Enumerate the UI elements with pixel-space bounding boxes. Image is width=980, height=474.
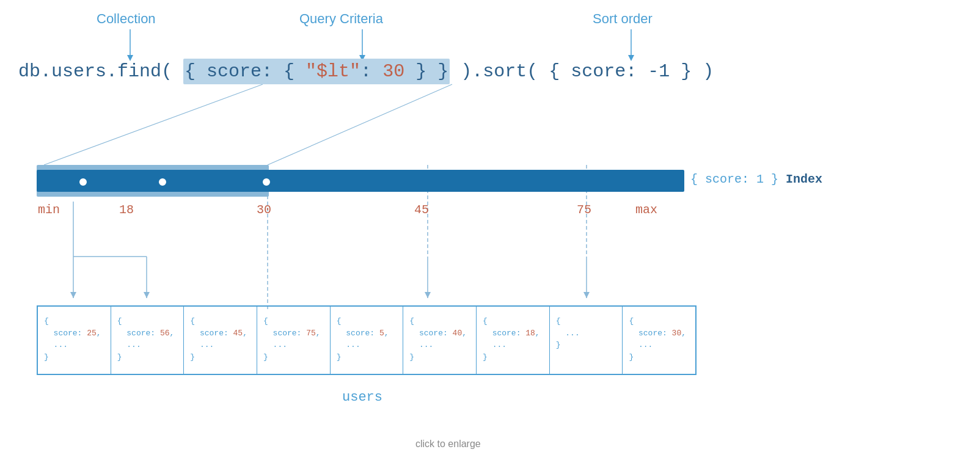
doc-box-2: { score: 56, ... } [111, 307, 185, 374]
doc-box-1: { score: 25, ... } [38, 307, 111, 374]
doc-content-9: { score: 30, ... } [629, 315, 689, 363]
sort-order-label: Sort order [593, 11, 653, 27]
collection-documents: { score: 25, ... } { score: 56, ... } { … [37, 305, 697, 375]
scale-30: 30 [257, 203, 271, 217]
index-dot-3 [263, 178, 270, 186]
svg-marker-19 [583, 292, 590, 298]
index-dot-1 [79, 178, 87, 186]
svg-marker-1 [127, 55, 133, 61]
query-criteria-label: Query Criteria [299, 11, 383, 27]
index-label: { score: 1 } Index [690, 172, 822, 186]
doc-box-9: { score: 30, ... } [623, 307, 695, 374]
svg-marker-15 [144, 292, 150, 298]
doc-content-2: { score: 56, ... } [117, 315, 178, 363]
svg-marker-14 [70, 292, 76, 298]
doc-box-3: { score: 45, ... } [184, 307, 257, 374]
svg-line-7 [268, 84, 452, 165]
doc-box-8: { ... } [550, 307, 623, 374]
code-expression: db.users.find( { score: { "$lt": 30 } } … [18, 61, 714, 82]
collection-name-label: users [342, 390, 382, 405]
index-label-code: { score: 1 } [690, 172, 778, 186]
doc-content-3: { score: 45, ... } [190, 315, 250, 363]
index-bar-dark [37, 170, 684, 192]
svg-line-6 [44, 84, 263, 165]
doc-content-1: { score: 25, ... } [44, 315, 104, 363]
doc-box-6: { score: 40, ... } [403, 307, 477, 374]
svg-marker-5 [628, 55, 634, 61]
scale-max: max [635, 203, 657, 217]
doc-box-7: { score: 18, ... } [477, 307, 550, 374]
doc-content-8: { ... } [556, 315, 616, 351]
collection-label: Collection [97, 11, 156, 27]
doc-content-4: { score: 75, ... } [263, 315, 324, 363]
index-dot-2 [159, 178, 166, 186]
scale-45: 45 [414, 203, 429, 217]
doc-content-7: { score: 18, ... } [483, 315, 543, 363]
doc-box-5: { score: 5, ... } [331, 307, 404, 374]
code-highlight: { score: { "$lt": 30 } } [183, 59, 450, 84]
scale-min: min [38, 203, 60, 217]
doc-content-6: { score: 40, ... } [409, 315, 470, 363]
svg-marker-17 [425, 292, 431, 298]
click-to-enlarge-label[interactable]: click to enlarge [415, 439, 481, 450]
index-bar-area [37, 165, 684, 197]
code-suffix: ).sort( { score: -1 } ) [450, 61, 714, 82]
code-prefix: db.users.find( [18, 61, 183, 82]
main-container: Collection Query Criteria Sort order db.… [0, 0, 980, 474]
scale-18: 18 [119, 203, 134, 217]
doc-box-4: { score: 75, ... } [257, 307, 331, 374]
scale-75: 75 [577, 203, 591, 217]
doc-content-5: { score: 5, ... } [337, 315, 397, 363]
index-label-text: Index [778, 172, 822, 186]
